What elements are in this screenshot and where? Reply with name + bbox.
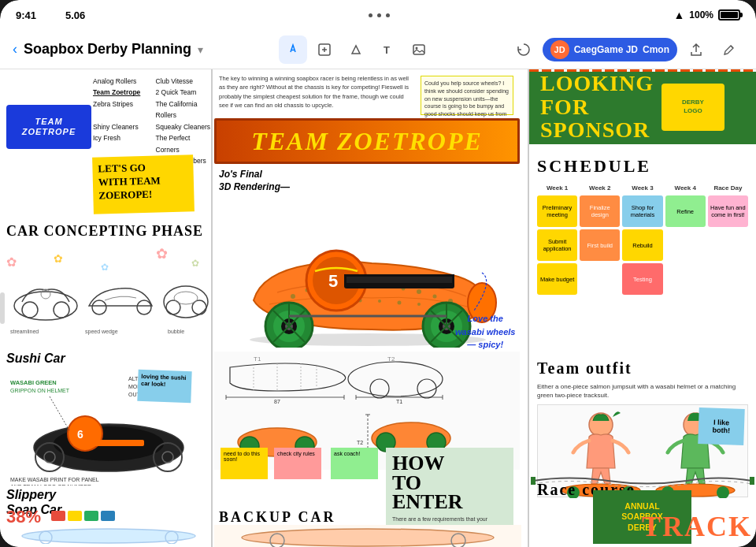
backup-car-label: BACKUP CAR (219, 509, 336, 526)
schedule-cell-1-3: Shop for materials (622, 195, 662, 227)
battery-percent: 100% (689, 9, 713, 20)
svg-text:AND TEAM LOGO OR NUMBER: AND TEAM LOGO OR NUMBER (10, 484, 91, 486)
team-outfit-description: Either a one-piece salmon jumpsuit with … (537, 382, 748, 400)
device-frame: 9:41 5.06 ▲ 100% ‹ Soapbox Derby Plannin… (0, 0, 756, 547)
team-list-item-col2-2: 2 Quick Team (156, 87, 216, 98)
svg-text:T2: T2 (357, 440, 363, 445)
collaborator-name: CaegGame JD (574, 44, 638, 55)
soap-car-sketch (6, 525, 209, 544)
car-sketches-area: streamlined speed wedge bubble ✿ ✿ ✿ ✿ ✿ (6, 243, 209, 345)
media-tool-button[interactable] (405, 35, 433, 64)
swatch-yellow (68, 511, 82, 521)
svg-text:T: T (384, 44, 390, 56)
sponsors-text: LOOKING FOR SPONSOR (540, 72, 654, 141)
team-list-item-5: Icy Fresh (93, 132, 153, 155)
svg-point-92 (242, 529, 494, 546)
team-list-item-2: Team Zoetrope (93, 87, 153, 98)
schedule-cell-2-3: Rebuild (622, 229, 662, 261)
schedule-header-week3: Week 3 (622, 183, 662, 193)
svg-point-11 (164, 286, 208, 318)
share-button[interactable] (682, 35, 710, 64)
svg-text:✿: ✿ (191, 258, 199, 269)
schedule-cell-3-2 (580, 263, 620, 295)
svg-rect-67 (346, 277, 452, 283)
title-chevron-icon[interactable]: ▾ (198, 43, 203, 56)
team-list-item-1: Analog Rollers (93, 76, 153, 87)
how-to-enter-title: HOW TO ENTER (392, 454, 507, 512)
i-like-both-sticky: I like both! (698, 407, 745, 445)
schedule-cell-3-1: Make budget (537, 263, 577, 295)
schedule-header-week4: Week 4 (665, 183, 706, 193)
svg-point-8 (41, 289, 50, 299)
schedule-header-raceday: Race Day (708, 183, 748, 193)
svg-point-6 (22, 302, 38, 318)
team-list-item-col2-1: Club Vitesse (156, 76, 216, 87)
text-tool-button[interactable]: T (373, 35, 402, 64)
svg-point-58 (378, 300, 381, 303)
team-list: Analog Rollers Club Vitesse Team Zoetrop… (93, 76, 215, 167)
svg-rect-104 (750, 477, 754, 485)
svg-point-83 (417, 379, 436, 398)
document-title: Soapbox Derby Planning (24, 41, 191, 58)
history-button[interactable] (510, 35, 538, 64)
schedule-cell-2-4 (665, 229, 706, 261)
wifi-icon: ▲ (673, 9, 684, 21)
schedule-title: SCHEDULE (537, 156, 748, 177)
swatch-red (51, 511, 65, 521)
edit-button[interactable] (715, 35, 743, 64)
svg-rect-3 (413, 45, 424, 54)
svg-text:WASABI GREEN: WASABI GREEN (10, 379, 57, 386)
status-dots (369, 13, 390, 17)
svg-point-7 (54, 302, 69, 318)
green-sticky: ask coach! (331, 448, 378, 479)
track-label: TRACK (642, 510, 752, 543)
svg-text:T1: T1 (254, 355, 261, 363)
svg-text:5: 5 (328, 271, 338, 291)
svg-point-60 (417, 303, 421, 306)
canvas-area[interactable]: Analog Rollers Club Vitesse Team Zoetrop… (0, 69, 756, 547)
svg-text:✿: ✿ (101, 262, 109, 273)
svg-text:87: 87 (274, 399, 280, 404)
toolbar-tools: T (279, 35, 433, 64)
status-right: ▲ 100% (673, 9, 740, 21)
team-zoetrope-main-header: TEAM ZOETROPE (214, 118, 520, 164)
nav-bar: ‹ Soapbox Derby Planning ▾ T (0, 30, 756, 69)
schedule-section: SCHEDULE Week 1 Week 2 Week 3 Week 4 Rac… (529, 148, 756, 303)
race-course-sketch (529, 474, 756, 488)
battery-bar (718, 9, 740, 20)
svg-text:speed wedge: speed wedge (85, 329, 118, 335)
select-tool-button[interactable] (310, 35, 339, 64)
wasabi-wheels-note: Love the wasabi wheels — spicy! (455, 312, 515, 352)
schedule-grid: Week 1 Week 2 Week 3 Week 4 Race Day Pre… (537, 183, 748, 295)
svg-point-9 (92, 300, 106, 314)
swatch-blue (101, 511, 115, 521)
svg-text:MAKE WASABI PRINT FOR PANEL: MAKE WASABI PRINT FOR PANEL (10, 477, 99, 482)
time-display: 9:41 (16, 9, 36, 21)
back-button[interactable]: ‹ (13, 41, 17, 58)
comment-sticky: Could you help source wheels? I think we… (421, 76, 513, 115)
svg-text:✿: ✿ (156, 246, 168, 262)
shapes-tool-button[interactable] (342, 35, 370, 64)
svg-point-51 (417, 289, 421, 294)
sponsors-banner: LOOKING FOR SPONSOR DERBYLOGO (529, 69, 756, 144)
svg-text:T1: T1 (396, 399, 402, 404)
schedule-cell-2-1: Submit application (537, 229, 577, 261)
pencil-tool-button[interactable] (279, 35, 307, 64)
svg-text:GRIPPON ON HELMET: GRIPPON ON HELMET (10, 388, 70, 393)
schedule-cell-2-5 (708, 229, 748, 261)
svg-rect-103 (531, 477, 536, 485)
collaborator-badge[interactable]: JD CaegGame JD Cmon (543, 38, 677, 61)
team-list-item-col2-5: The Perfect Corners (156, 132, 216, 155)
svg-point-10 (137, 300, 151, 314)
battery-fill (721, 12, 738, 18)
backup-car-sketch (214, 525, 521, 547)
collaborator-avatar: JD (550, 40, 569, 59)
schedule-cell-1-1: Preliminary meeting (537, 195, 577, 227)
scroll-indicator (0, 292, 5, 324)
yellow-sticky-2: need to do this soon! (220, 448, 268, 479)
status-left: 9:41 5.06 (16, 9, 85, 21)
team-list-item-col2-3: The California Rollers (156, 99, 216, 121)
canvas-content: Analog Rollers Club Vitesse Team Zoetrop… (0, 69, 756, 547)
status-bar: 9:41 5.06 ▲ 100% (0, 0, 756, 30)
schedule-cell-1-4: Refine (665, 195, 706, 227)
